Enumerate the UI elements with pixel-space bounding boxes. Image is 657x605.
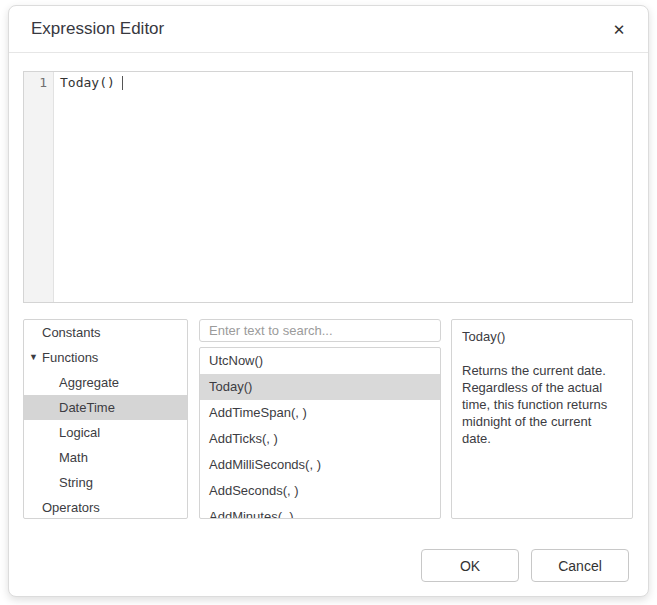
chevron-down-icon[interactable]: ▼ bbox=[29, 352, 38, 362]
line-number-gutter: 1 bbox=[24, 72, 54, 302]
close-icon[interactable]: ✕ bbox=[606, 17, 632, 43]
tree-item-label: DateTime bbox=[24, 400, 115, 415]
list-item-addtimespan[interactable]: AddTimeSpan(, ) bbox=[200, 400, 440, 426]
function-description-panel: Today() Returns the current date. Regard… bbox=[451, 319, 633, 519]
tree-item-label: Logical bbox=[24, 425, 100, 440]
list-item-addticks[interactable]: AddTicks(, ) bbox=[200, 426, 440, 452]
list-item-addseconds[interactable]: AddSeconds(, ) bbox=[200, 478, 440, 504]
function-list: UtcNow() Today() AddTimeSpan(, ) AddTick… bbox=[199, 347, 441, 519]
text-cursor bbox=[122, 76, 123, 90]
tree-item-operators[interactable]: Operators bbox=[24, 495, 187, 519]
list-item-utcnow[interactable]: UtcNow() bbox=[200, 348, 440, 374]
line-number: 1 bbox=[39, 75, 47, 90]
function-signature: Today() bbox=[462, 328, 622, 345]
list-item-addmilliseconds[interactable]: AddMilliSeconds(, ) bbox=[200, 452, 440, 478]
tree-item-datetime[interactable]: DateTime bbox=[24, 395, 187, 420]
tree-item-constants[interactable]: Constants bbox=[24, 320, 187, 345]
dialog-title: Expression Editor bbox=[31, 19, 164, 39]
expression-editor-dialog: Expression Editor ✕ 1 Today() Constants … bbox=[8, 5, 649, 597]
function-search-box bbox=[199, 319, 441, 342]
tree-item-logical[interactable]: Logical bbox=[24, 420, 187, 445]
tree-item-label: Constants bbox=[24, 325, 101, 340]
tree-item-functions[interactable]: ▼ Functions bbox=[24, 345, 187, 370]
tree-item-label: String bbox=[24, 475, 93, 490]
tree-item-aggregate[interactable]: Aggregate bbox=[24, 370, 187, 395]
function-description: Returns the current date. Regardless of … bbox=[462, 362, 622, 447]
tree-item-label: Aggregate bbox=[24, 375, 119, 390]
category-tree: Constants ▼ Functions Aggregate DateTime… bbox=[23, 319, 188, 519]
list-item-addminutes[interactable]: AddMinutes(, ) bbox=[200, 504, 440, 519]
dialog-header: Expression Editor ✕ bbox=[9, 6, 648, 53]
list-item-today[interactable]: Today() bbox=[200, 374, 440, 400]
tree-item-label: Math bbox=[24, 450, 88, 465]
tree-item-string[interactable]: String bbox=[24, 470, 187, 495]
search-input[interactable] bbox=[200, 320, 440, 341]
ok-button[interactable]: OK bbox=[421, 549, 519, 582]
code-area[interactable]: Today() bbox=[54, 72, 632, 302]
expression-code-editor[interactable]: 1 Today() bbox=[23, 71, 633, 303]
tree-item-label: Operators bbox=[24, 500, 100, 515]
code-text: Today() bbox=[60, 75, 115, 90]
cancel-button[interactable]: Cancel bbox=[531, 549, 629, 582]
tree-item-math[interactable]: Math bbox=[24, 445, 187, 470]
